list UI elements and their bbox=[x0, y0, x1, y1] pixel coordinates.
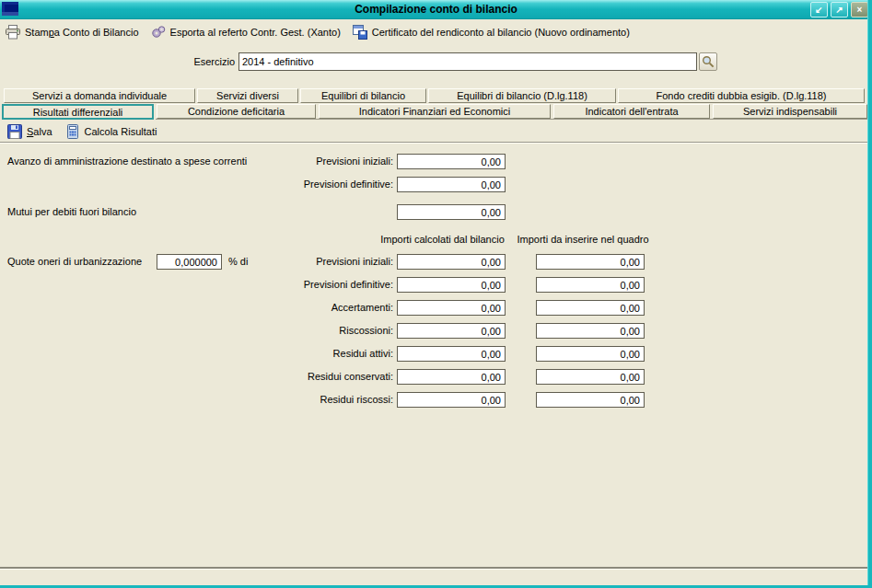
app-window: Compilazione conto di bilancio ↙↗× Stamp… bbox=[0, 0, 872, 588]
save-icon bbox=[7, 124, 22, 139]
panel-toolbar: Salva Calcola Risultati bbox=[0, 121, 872, 142]
main-toolbar: Stampa Conto di Bilancio Esporta al refe… bbox=[0, 19, 872, 44]
grid-riscossioni-label: Riscossioni: bbox=[258, 325, 393, 336]
close-button[interactable]: × bbox=[851, 2, 868, 17]
tab-indicatori-finanziari-ed-economici[interactable]: Indicatori Finanziari ed Economici bbox=[319, 104, 551, 119]
field-previsioni-definitive-quadro[interactable] bbox=[536, 277, 645, 293]
esercizio-label: Esercizio bbox=[138, 56, 235, 67]
panel-border bbox=[156, 119, 872, 120]
mutui-label: Mutui per debiti fuori bilancio bbox=[7, 206, 136, 217]
grid-residui-conservati-label: Residui conservati: bbox=[258, 371, 393, 382]
esercizio-input[interactable] bbox=[238, 52, 697, 71]
stampa-button[interactable]: Stampa Conto di Bilancio bbox=[6, 25, 139, 40]
stampa-label: Stampa Conto di Bilancio bbox=[25, 27, 139, 38]
field-residui-riscossi-calcolato[interactable] bbox=[397, 392, 506, 408]
field-residui-conservati-calcolato[interactable] bbox=[397, 369, 506, 385]
avanzo-previsioni-iniziali-label: Previsioni iniziali: bbox=[258, 156, 393, 167]
field-residui-riscossi-quadro[interactable] bbox=[536, 392, 645, 408]
field-residui-conservati-quadro[interactable] bbox=[536, 369, 645, 385]
window-controls: ↙↗× bbox=[810, 2, 868, 17]
avanzo-previsioni-definitive-field[interactable] bbox=[397, 177, 506, 192]
certificate-icon bbox=[353, 25, 367, 40]
mutui-field[interactable] bbox=[397, 204, 506, 220]
certificato-button[interactable]: Certificato del rendiconto al bilancio (… bbox=[353, 25, 630, 40]
printer-icon bbox=[6, 25, 20, 40]
window-title: Compilazione conto di bilancio bbox=[0, 3, 872, 16]
toolbar-separator bbox=[0, 142, 872, 144]
grid-previsioni-iniziali-label: Previsioni iniziali: bbox=[258, 256, 393, 267]
quote-suffix: % di bbox=[228, 256, 248, 267]
avanzo-label: Avanzo di amministrazione destinato a sp… bbox=[7, 156, 247, 167]
col-header-quadro: Importi da inserire nel quadro bbox=[513, 234, 653, 245]
titlebar: Compilazione conto di bilancio ↙↗× bbox=[0, 0, 872, 19]
col-header-calcolato: Importi calcolati dal bilancio bbox=[376, 234, 509, 245]
certificato-label: Certificato del rendiconto al bilancio (… bbox=[372, 27, 630, 38]
tab-strip-row2: Risultati differenzialiCondizione defici… bbox=[2, 104, 867, 120]
tab-condizione-deficitaria[interactable]: Condizione deficitaria bbox=[157, 104, 316, 119]
field-accertamenti-quadro[interactable] bbox=[536, 300, 645, 316]
salva-button[interactable]: Salva bbox=[7, 124, 52, 139]
field-residui-attivi-calcolato[interactable] bbox=[397, 346, 506, 362]
grid-previsioni-definitive-label: Previsioni definitive: bbox=[258, 279, 393, 290]
gears-icon bbox=[151, 25, 166, 40]
window-frame-right bbox=[867, 0, 872, 588]
calcola-label: Calcola Risultati bbox=[85, 126, 157, 137]
minimize-button[interactable]: ↙ bbox=[810, 2, 828, 17]
tab-servizi-indispensabili[interactable]: Servizi indispensabili bbox=[713, 104, 867, 119]
tab-indicatori-dell-entrata[interactable]: Indicatori dell'entrata bbox=[553, 104, 710, 119]
grid-residui-riscossi-label: Residui riscossi: bbox=[258, 394, 393, 405]
esporta-button[interactable]: Esporta al referto Contr. Gest. (Xanto) bbox=[151, 25, 341, 40]
calculator-icon bbox=[65, 124, 80, 139]
tab-risultati-differenziali[interactable]: Risultati differenziali bbox=[2, 104, 154, 120]
field-previsioni-iniziali-quadro[interactable] bbox=[536, 254, 645, 270]
field-accertamenti-calcolato[interactable] bbox=[397, 300, 506, 316]
tab-fondo-crediti-dubbia-esigib-d-lg-118[interactable]: Fondo crediti dubbia esigib. (D.lg.118) bbox=[618, 88, 865, 103]
esporta-label: Esporta al referto Contr. Gest. (Xanto) bbox=[170, 27, 341, 38]
field-previsioni-definitive-calcolato[interactable] bbox=[397, 277, 506, 293]
tab-strip-row1: Servizi a domanda individualeServizi div… bbox=[4, 88, 865, 103]
calcola-button[interactable]: Calcola Risultati bbox=[65, 124, 157, 139]
grid-residui-attivi-label: Residui attivi: bbox=[258, 348, 393, 359]
avanzo-previsioni-iniziali-field[interactable] bbox=[397, 154, 506, 169]
maximize-button[interactable]: ↗ bbox=[831, 2, 848, 17]
field-previsioni-iniziali-calcolato[interactable] bbox=[397, 254, 506, 270]
magnifier-icon bbox=[702, 55, 715, 68]
bottom-divider bbox=[0, 567, 872, 570]
quote-field[interactable] bbox=[157, 254, 222, 270]
tab-servizi-diversi[interactable]: Servizi diversi bbox=[197, 88, 298, 103]
quote-label: Quote oneri di urbanizzazione bbox=[7, 256, 142, 267]
field-riscossioni-calcolato[interactable] bbox=[397, 323, 506, 339]
tab-equilibri-di-bilancio[interactable]: Equilibri di bilancio bbox=[300, 88, 426, 103]
tab-equilibri-di-bilancio-d-lg-118[interactable]: Equilibri di bilancio (D.lg.118) bbox=[428, 88, 616, 103]
grid-accertamenti-label: Accertamenti: bbox=[258, 302, 393, 313]
statusbar bbox=[0, 571, 872, 585]
tab-servizi-a-domanda-individuale[interactable]: Servizi a domanda individuale bbox=[4, 88, 195, 103]
field-riscossioni-quadro[interactable] bbox=[536, 323, 645, 339]
avanzo-previsioni-definitive-label: Previsioni definitive: bbox=[258, 179, 393, 190]
salva-label: Salva bbox=[27, 126, 52, 137]
search-button[interactable] bbox=[699, 52, 717, 71]
field-residui-attivi-quadro[interactable] bbox=[536, 346, 645, 362]
